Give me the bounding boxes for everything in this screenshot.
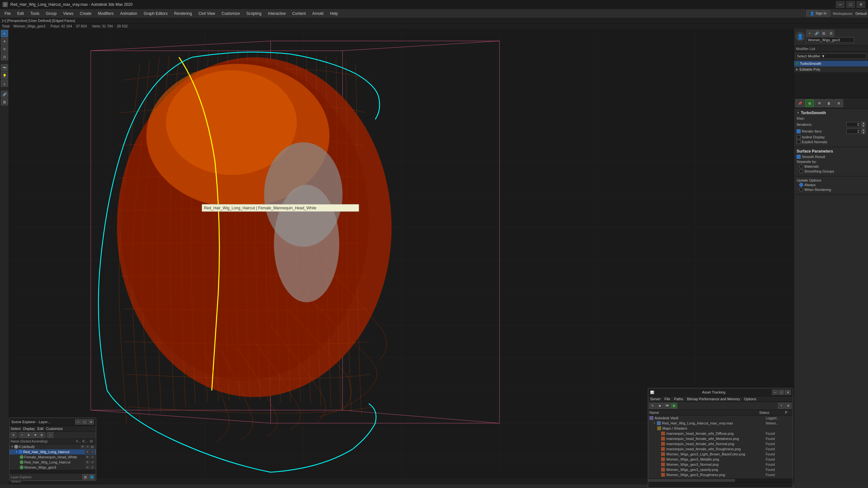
menu-content[interactable]: Content xyxy=(289,10,309,17)
geo-btn[interactable]: △ xyxy=(1,80,8,87)
se-display-menu[interactable]: Display xyxy=(23,427,35,431)
tree-item-wig[interactable]: Red_Hair_Wig_Long_Haircut 👁 ☀ xyxy=(9,460,96,465)
smoothing-groups-radio[interactable] xyxy=(799,169,803,173)
vis-render[interactable]: ☀ xyxy=(90,455,95,459)
minimize-button[interactable]: ─ xyxy=(836,1,845,8)
menu-rendering[interactable]: Rendering xyxy=(171,10,195,17)
materials-radio[interactable] xyxy=(799,164,803,168)
isoline-checkbox[interactable] xyxy=(797,135,801,139)
iterations-down[interactable]: ▼ xyxy=(862,125,865,127)
pin-btn[interactable]: 📌 xyxy=(795,99,804,107)
at-item-vault[interactable]: Autodesk Vault Logged... xyxy=(648,416,793,421)
show-modifier-btn[interactable]: ⊞ xyxy=(805,99,814,107)
render-iters-checkbox[interactable] xyxy=(797,129,801,133)
se-freeze-btn[interactable]: ❄ xyxy=(26,432,32,438)
at-item-map4[interactable]: mannequin_head_female_wht_Roughness.png … xyxy=(648,446,793,452)
menu-arnold[interactable]: Arnold xyxy=(309,10,327,17)
render-iters-spinner[interactable]: ▲ ▼ xyxy=(862,128,865,134)
light-btn[interactable]: 💡 xyxy=(1,72,8,79)
se-customize-menu[interactable]: Customize xyxy=(46,427,63,431)
close-button[interactable]: ✕ xyxy=(857,1,865,8)
at-item-maxfile[interactable]: 3 Red_Hair_Wig_Long_Haircut_max_vray.max… xyxy=(648,421,793,426)
menu-scripting[interactable]: Scripting xyxy=(243,10,265,17)
at-server-menu[interactable]: Server xyxy=(650,397,660,401)
configure-btn[interactable]: ⚙ xyxy=(834,99,843,107)
se-edit-menu[interactable]: Edit xyxy=(37,427,43,431)
at-item-map1[interactable]: mannequin_head_female_wht_Diffuse.png Fo… xyxy=(648,431,793,436)
menu-tools[interactable]: Tools xyxy=(27,10,42,17)
modifier-editable-poly[interactable]: ▶ Editable Poly xyxy=(794,66,868,72)
at-settings2-btn[interactable]: ⚙ xyxy=(785,403,792,409)
menu-civil-view[interactable]: Civil View xyxy=(195,10,219,17)
modifier-turbosmooth[interactable]: TurboSmooth xyxy=(794,61,868,66)
vis-eye[interactable]: 👁 xyxy=(85,455,90,459)
at-item-map9[interactable]: Women_Wigs_geo3_Roughness.png Found xyxy=(648,472,793,477)
at-show-btn[interactable]: ⊞ xyxy=(671,403,677,409)
select-by-name-btn[interactable]: ☰ xyxy=(828,30,834,36)
at-stop-btn[interactable]: ■ xyxy=(657,403,663,409)
explicit-normals-checkbox[interactable] xyxy=(797,140,801,144)
smooth-result-checkbox[interactable] xyxy=(797,155,801,159)
at-item-map2[interactable]: mannequin_head_female_wht_Metalness.png … xyxy=(648,436,793,441)
se-hide-btn[interactable]: 👁 xyxy=(32,432,38,438)
add-modifier-btn[interactable]: + xyxy=(806,30,813,36)
signin-button[interactable]: 👤 Sign In xyxy=(806,10,830,17)
vis-render[interactable]: ☀ xyxy=(90,450,95,454)
vis-eye[interactable]: 👁 xyxy=(85,460,90,464)
menu-help[interactable]: Help xyxy=(327,10,341,17)
vis-eye[interactable]: 👁 xyxy=(85,450,90,454)
vis-star[interactable]: ✦ xyxy=(85,465,90,469)
menu-interactive[interactable]: Interactive xyxy=(265,10,289,17)
at-help-btn[interactable]: ? xyxy=(778,403,784,409)
at-item-map5[interactable]: Women_Wigs_geo3_Light_Brown_BaseColor.pn… xyxy=(648,452,793,457)
at-item-maps-folder[interactable]: Maps / Shaders xyxy=(648,426,793,431)
at-item-map8[interactable]: Women_Wigs_geo3_opacity.png Found xyxy=(648,467,793,472)
se-minimize-btn[interactable]: ─ xyxy=(75,419,81,424)
se-add-btn[interactable]: + xyxy=(19,432,25,438)
menu-file[interactable]: File xyxy=(1,10,14,17)
menu-edit[interactable]: Edit xyxy=(14,10,27,17)
menu-animation[interactable]: Animation xyxy=(117,10,141,17)
at-options-menu[interactable]: Options xyxy=(744,397,756,401)
at-minimize-btn[interactable]: ─ xyxy=(772,390,778,395)
make-unique-btn[interactable]: ⧉ xyxy=(815,99,824,107)
tree-item-layer0[interactable]: ▼ 0 (default) 👁 ☀ ▤ xyxy=(9,444,96,449)
rotate-tool-btn[interactable]: ↻ xyxy=(1,45,8,53)
se-scrollbar[interactable] xyxy=(9,470,96,473)
modifier-dropdown[interactable]: Select Modifier ▼ xyxy=(795,53,867,59)
menu-customize[interactable]: Customize xyxy=(219,10,243,17)
se-scene-btn[interactable]: 🌐 xyxy=(89,474,95,480)
se-close-btn[interactable]: ✕ xyxy=(88,419,94,424)
se-settings-btn[interactable]: ⚙ xyxy=(39,432,44,438)
at-bitmap-menu[interactable]: Bitmap Performance and Memory xyxy=(687,397,740,401)
menu-group[interactable]: Group xyxy=(42,10,60,17)
move-tool-btn[interactable]: ✛ xyxy=(1,38,8,45)
iterations-up[interactable]: ▲ xyxy=(862,122,865,125)
tree-item-wigs-geo[interactable]: Women_Wigs_geo3 ✦ ☀ xyxy=(9,465,96,470)
menu-create[interactable]: Create xyxy=(76,10,95,17)
at-file-menu[interactable]: File xyxy=(664,397,670,401)
at-search-bar[interactable] xyxy=(648,482,793,488)
tree-item-wig-group[interactable]: ▼ Red_Hair_Wig_Long_Haircut 👁 ☀ xyxy=(9,449,96,454)
at-close-btn[interactable]: ✕ xyxy=(785,390,791,395)
select-tool-btn[interactable]: ↖ xyxy=(1,30,8,37)
unlink-btn[interactable]: ⛓ xyxy=(1,98,8,105)
scale-tool-btn[interactable]: ⊡ xyxy=(1,53,8,60)
se-sort-btn[interactable]: ↕ xyxy=(48,432,53,438)
menu-modifiers[interactable]: Modifiers xyxy=(95,10,117,17)
at-item-map7[interactable]: Women_Wigs_geo3_Normal.png Found xyxy=(648,462,793,467)
render-iters-down[interactable]: ▼ xyxy=(862,131,865,134)
link-btn[interactable]: 🔗 xyxy=(813,30,820,36)
when-rendering-radio[interactable] xyxy=(799,188,803,192)
se-maximize-btn[interactable]: □ xyxy=(82,419,88,424)
se-filter-btn[interactable]: ✕ xyxy=(11,432,17,438)
at-refresh-btn[interactable]: ↻ xyxy=(649,403,656,409)
iterations-spinner[interactable]: ▲ ▼ xyxy=(862,122,865,127)
object-name-input[interactable] xyxy=(806,37,854,43)
vis-disp[interactable]: ▤ xyxy=(90,445,95,449)
camera-btn[interactable]: 📷 xyxy=(1,64,8,71)
at-map-btn[interactable]: 🗺 xyxy=(664,403,670,409)
at-item-map3[interactable]: mannequin_head_female_wht_Normal.png Fou… xyxy=(648,441,793,446)
vis-render[interactable]: ☀ xyxy=(85,445,90,449)
menu-graph-editors[interactable]: Graph Editors xyxy=(141,10,171,17)
